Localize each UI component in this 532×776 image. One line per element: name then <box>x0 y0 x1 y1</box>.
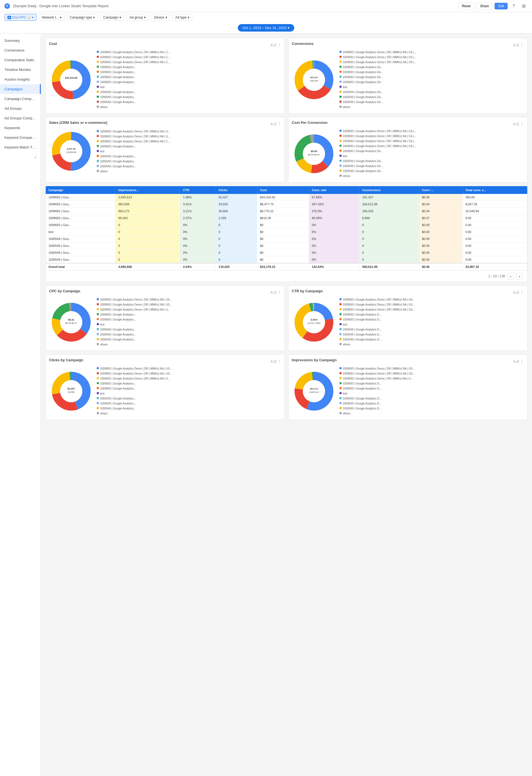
table-row[interactable]: 1000549 | Goo...00%0$00%0$0.000.00 <box>46 256 527 263</box>
impressions-donut: 963,173 2,645,613 <box>292 369 336 414</box>
table-row[interactable]: 1009693 | Goo...00%0$00%0$0.000.00 <box>46 222 527 229</box>
more-icon[interactable]: ⋮ <box>278 290 281 295</box>
sidebar-item-ad-groups[interactable]: Ad Groups <box>0 104 41 113</box>
campaigns-table: Campaign Impressions... CTR Clicks Cost … <box>46 186 527 270</box>
ctr-chart-header: CTR by Campaign A↕Z ⋮ <box>292 289 524 295</box>
table-row[interactable]: 1009693 | Goo...95,0432.37%2,249$615.288… <box>46 215 527 222</box>
sort-icon[interactable]: A↕Z <box>271 43 276 47</box>
sidebar-item-comparative-stats[interactable]: Comparative Stats <box>0 55 41 65</box>
table-row[interactable]: 1000549 | Goo...00%0$00%0$0.000.00 <box>46 249 527 256</box>
col-ctr[interactable]: CTR <box>180 186 215 194</box>
conversions-chart-header: Conversions A↕Z ⋮ <box>292 41 524 48</box>
chevron-down-icon: ▾ <box>32 15 33 19</box>
more-icon[interactable]: ⋮ <box>278 359 281 364</box>
col-cost[interactable]: Cost <box>257 186 309 194</box>
cost-per-conv-actions: A↕Z ⋮ <box>513 122 524 126</box>
sort-icon[interactable]: A↕Z <box>513 360 519 364</box>
reset-button[interactable]: Reset <box>458 3 474 9</box>
col-cost-conv[interactable]: Cost / ... <box>419 186 463 194</box>
date-range-filter[interactable]: Oct 1, 2023 – Dec 31, 2023 ▾ <box>238 24 294 32</box>
campaigns-table-card: Campaign Impressions... CTR Clicks Cost … <box>45 186 528 282</box>
cost-per-conv-donut: $0.09 $0.04 $0.07 <box>292 132 336 177</box>
charts-row-2: Sales (CRM Sales or e-commerce) A↕Z ⋮ <box>45 117 528 183</box>
clicks-chart-header: Clicks by Campaign A↕Z ⋮ <box>49 358 281 364</box>
sidebar-item-ad-groups-comparison[interactable]: Ad Groups Comparison <box>0 113 41 123</box>
one-ppc-logo: N <box>7 16 11 19</box>
table-row[interactable]: 1000549 | Goo...00%0$00%0$0.000.00 <box>46 242 527 249</box>
col-clicks[interactable]: Clicks <box>215 186 257 194</box>
more-icon[interactable]: ⋮ <box>520 122 524 126</box>
ad-group-filter[interactable]: Ad group ▾ <box>126 14 149 21</box>
sort-icon[interactable]: A↕Z <box>513 43 519 47</box>
main-layout: Summary Conversions Comparative Stats Ti… <box>0 33 532 776</box>
sidebar-item-keywords[interactable]: Keywords <box>0 123 41 133</box>
svg-text:3.21% 1.98%: 3.21% 1.98% <box>307 322 321 325</box>
col-campaign[interactable]: Campaign <box>46 186 115 194</box>
sidebar-item-keyword-comparison[interactable]: Keyword Comparison <box>0 133 41 142</box>
cost-chart-inner: $16,310.92 1009693 | Google Analytics De… <box>49 50 281 110</box>
conversions-chart-actions: A↕Z ⋮ <box>513 43 524 47</box>
sidebar-item-timeline-monitor[interactable]: Timeline Monitor <box>0 65 41 74</box>
sidebar-item-summary[interactable]: Summary <box>0 36 41 45</box>
network-label: Network t... <box>42 15 59 19</box>
svg-text:2,645,613: 2,645,613 <box>309 391 319 393</box>
table-row[interactable]: 1009693 | Goo...982,8393.41%33,555$8,477… <box>46 201 527 208</box>
table-row[interactable]: 1000549 | Goo...00%0$00%0$0.000.00 <box>46 235 527 242</box>
more-icon[interactable]: ⋮ <box>278 43 281 47</box>
ad-group-label: Ad group <box>129 15 143 19</box>
campaign-filter[interactable]: Campaign ▾ <box>100 14 124 21</box>
ctr-chart-title: CTR by Campaign <box>292 289 323 293</box>
sales-donut: 8,057.35 19,059.98 <box>49 129 94 174</box>
account-button[interactable]: ⊞ <box>520 2 528 10</box>
table-row[interactable]: test00%0$00%0$0.000.00 <box>46 229 527 235</box>
sales-chart-card: Sales (CRM Sales or e-commerce) A↕Z ⋮ <box>45 117 285 183</box>
more-icon[interactable]: ⋮ <box>520 359 524 364</box>
sidebar-item-campaigns[interactable]: Campaigns <box>0 84 41 94</box>
sort-icon[interactable]: A↕Z <box>513 122 519 126</box>
device-filter[interactable]: Device ▾ <box>151 14 170 21</box>
more-icon[interactable]: ⋮ <box>278 122 281 126</box>
sidebar-item-campaign-comparison[interactable]: Campaign Comparison <box>0 94 41 104</box>
sort-icon[interactable]: A↕Z <box>513 290 519 295</box>
cpc-donut: $0.31 $0.25 $0.27 <box>49 300 94 345</box>
sidebar-item-conversions[interactable]: Conversions <box>0 45 41 55</box>
sidebar-item-auction-insights[interactable]: Auction Insights <box>0 74 41 84</box>
ad-type-label: Ad type <box>175 15 187 19</box>
network-filter[interactable]: Network t... ▾ <box>39 14 64 21</box>
page-title: [Sample Data] - Google Ads Looker Studio… <box>13 4 455 8</box>
col-total-conv[interactable]: Total conv. v... <box>463 186 527 194</box>
sort-icon[interactable]: A↕Z <box>271 122 276 126</box>
edit-button[interactable]: Edit <box>495 3 508 9</box>
more-icon[interactable]: ⋮ <box>520 43 524 47</box>
conversions-chart-title: Conversions <box>292 41 314 46</box>
ad-type-filter[interactable]: Ad type ▾ <box>172 14 193 21</box>
col-conv-rate[interactable]: Conv. rate <box>309 186 359 194</box>
campaign-type-label: Campaign type <box>70 15 92 19</box>
col-conversions[interactable]: Conversions <box>359 186 419 194</box>
col-impressions[interactable]: Impressions... <box>115 186 180 194</box>
cost-per-conv-inner: $0.09 $0.04 $0.07 1009693 | Google Analy… <box>292 129 524 179</box>
svg-text:$0.31: $0.31 <box>68 318 74 321</box>
share-button[interactable]: Share <box>476 3 492 9</box>
sidebar-collapse-button[interactable]: ‹ <box>0 152 41 162</box>
campaign-type-filter[interactable]: Campaign type ▾ <box>67 14 98 21</box>
one-ppc-filter[interactable]: N One PPC ▲ ▾ <box>4 14 37 21</box>
cost-chart-actions: A↕Z ⋮ <box>271 43 281 47</box>
ctr-chart-inner: 3.41% 3.21% 1.98% 1009693 | Google Analy… <box>292 298 524 347</box>
table-header-row: Campaign Impressions... CTR Clicks Cost … <box>46 186 527 194</box>
table-row[interactable]: 1009693 | Goo...963,1733.21%30,904$8,775… <box>46 208 527 215</box>
more-icon[interactable]: ⋮ <box>520 290 524 295</box>
help-button[interactable]: ? <box>510 2 518 10</box>
sort-icon[interactable]: A↕Z <box>271 290 276 295</box>
svg-text:8,057.35: 8,057.35 <box>67 148 76 150</box>
table-row[interactable]: 1009693 | Goo...2,645,6131.98%52,327$16,… <box>46 194 527 201</box>
sort-icon[interactable]: A↕Z <box>271 360 276 364</box>
cost-per-conv-chart-card: Cost Per Conversion A↕Z ⋮ <box>288 117 528 183</box>
sidebar-item-keyword-match-type[interactable]: Keyword Match Type <box>0 142 41 152</box>
grand-total-total-conv: 24,987.19 <box>463 263 527 270</box>
clicks-chart-card: Clicks by Campaign A↕Z ⋮ <box>45 354 285 420</box>
svg-text:$0.09: $0.09 <box>311 150 317 153</box>
next-page-button[interactable]: › <box>516 273 523 279</box>
impressions-chart-header: Impressions by Campaign A↕Z ⋮ <box>292 358 524 364</box>
prev-page-button[interactable]: ‹ <box>507 273 514 279</box>
